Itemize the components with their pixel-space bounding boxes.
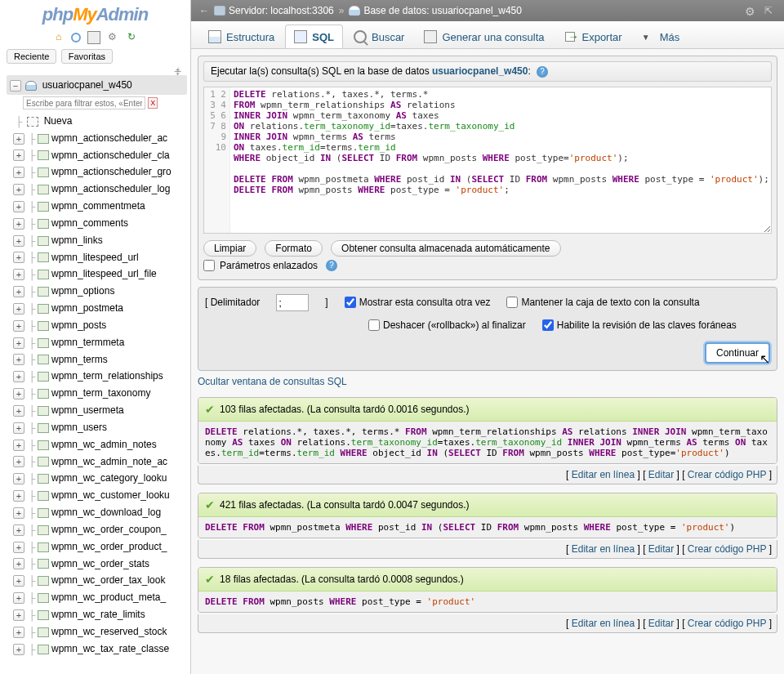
favorites-tab[interactable]: Favoritas bbox=[61, 49, 113, 64]
tab-generate[interactable]: Generar una consulta bbox=[415, 25, 553, 48]
handle-icon[interactable]: ⸎ bbox=[0, 67, 190, 75]
expand-icon[interactable]: + bbox=[13, 133, 24, 145]
table-row[interactable]: +├wpmn_termmeta bbox=[10, 334, 190, 351]
expand-icon[interactable]: + bbox=[13, 371, 24, 382]
tab-search[interactable]: Buscar bbox=[345, 25, 413, 48]
table-row[interactable]: +├wpmn_options bbox=[10, 283, 190, 300]
expand-icon[interactable]: + bbox=[13, 592, 24, 604]
expand-icon[interactable]: + bbox=[13, 609, 24, 621]
home-icon[interactable]: ⌂ bbox=[52, 31, 65, 44]
delimiter-input[interactable] bbox=[276, 294, 309, 311]
table-row[interactable]: +├wpmn_wc_order_tax_look bbox=[10, 572, 190, 589]
expand-icon[interactable]: + bbox=[13, 201, 24, 212]
format-button[interactable]: Formato bbox=[265, 240, 323, 257]
rollback-checkbox[interactable] bbox=[368, 319, 380, 331]
table-row[interactable]: +├wpmn_terms bbox=[10, 351, 190, 368]
edit-inline-link[interactable]: Editar en línea bbox=[572, 469, 635, 480]
table-row[interactable]: +├wpmn_actionscheduler_cla bbox=[10, 147, 190, 164]
expand-icon[interactable]: + bbox=[13, 440, 24, 451]
table-row[interactable]: +├wpmn_commentmeta bbox=[10, 198, 190, 215]
expand-icon[interactable]: + bbox=[13, 524, 24, 536]
expand-icon[interactable]: + bbox=[13, 456, 24, 467]
expand-icon[interactable]: + bbox=[13, 507, 24, 519]
panel-collapse-icon[interactable] bbox=[764, 5, 776, 16]
expand-icon[interactable]: + bbox=[13, 218, 24, 230]
expand-icon[interactable]: + bbox=[13, 252, 24, 263]
expand-icon[interactable]: + bbox=[13, 490, 24, 502]
help-icon[interactable]: ? bbox=[537, 66, 548, 78]
expand-icon[interactable]: + bbox=[13, 405, 24, 417]
sql-editor[interactable]: 1 2 3 4 5 6 7 8 9 10 DELETE relations.*,… bbox=[203, 87, 772, 234]
table-row[interactable]: +├wpmn_actionscheduler_log bbox=[10, 181, 190, 198]
php-link[interactable]: Crear código PHP bbox=[688, 469, 767, 480]
table-row[interactable]: +├wpmn_wc_reserved_stock bbox=[10, 623, 190, 641]
help-icon[interactable]: ? bbox=[326, 260, 337, 271]
table-row[interactable]: +├wpmn_actionscheduler_gro bbox=[10, 163, 190, 181]
edit-inline-link[interactable]: Editar en línea bbox=[572, 543, 635, 555]
php-link[interactable]: Crear código PHP bbox=[688, 543, 767, 555]
expand-icon[interactable]: + bbox=[13, 542, 24, 553]
auto-saved-button[interactable]: Obtener consulta almacenada automáticame… bbox=[331, 240, 561, 257]
table-row[interactable]: +├wpmn_links bbox=[10, 232, 190, 249]
tab-sql[interactable]: SQL bbox=[285, 25, 343, 48]
fk-checkbox[interactable] bbox=[542, 319, 554, 331]
continue-button[interactable]: Continuar↖ bbox=[705, 342, 770, 364]
table-row[interactable]: +├wpmn_wc_category_looku bbox=[10, 470, 190, 487]
edit-link[interactable]: Editar bbox=[648, 543, 674, 555]
clear-filter-icon[interactable]: X bbox=[148, 97, 158, 109]
collapse-icon[interactable]: − bbox=[10, 80, 21, 92]
table-row[interactable]: +├wpmn_litespeed_url_file bbox=[10, 266, 190, 283]
expand-icon[interactable]: + bbox=[13, 184, 24, 195]
db-link[interactable]: usuariocpanel_w450 bbox=[432, 65, 528, 77]
expand-icon[interactable]: + bbox=[13, 575, 24, 587]
recent-tab[interactable]: Reciente bbox=[7, 49, 56, 64]
new-table[interactable]: ├ Nueva bbox=[10, 113, 190, 130]
expand-icon[interactable]: + bbox=[13, 303, 24, 315]
breadcrumb-db[interactable]: Base de datos: usuariocpanel_w450 bbox=[363, 5, 521, 16]
table-row[interactable]: +├wpmn_litespeed_url bbox=[10, 249, 190, 266]
table-row[interactable]: +├wpmn_posts bbox=[10, 317, 190, 334]
expand-icon[interactable]: + bbox=[13, 337, 24, 349]
expand-icon[interactable]: + bbox=[13, 167, 24, 178]
table-row[interactable]: +├wpmn_wc_download_log bbox=[10, 504, 190, 521]
left-handle-icon[interactable]: ← bbox=[199, 5, 209, 16]
bound-params-checkbox[interactable] bbox=[203, 260, 215, 271]
expand-icon[interactable]: + bbox=[13, 644, 24, 655]
table-row[interactable]: +├wpmn_wc_customer_looku bbox=[10, 487, 190, 504]
logout-icon[interactable] bbox=[71, 33, 81, 42]
php-link[interactable]: Crear código PHP bbox=[688, 618, 767, 629]
filter-input[interactable] bbox=[23, 96, 145, 109]
settings-icon[interactable]: ⚙ bbox=[106, 31, 119, 44]
docs-icon[interactable] bbox=[87, 31, 100, 44]
clear-button[interactable]: Limpiar bbox=[203, 240, 256, 257]
tab-export[interactable]: Exportar bbox=[555, 25, 630, 48]
table-row[interactable]: +├wpmn_wc_order_coupon_ bbox=[10, 521, 190, 538]
db-root[interactable]: − usuariocpanel_w450 bbox=[7, 75, 187, 95]
tab-structure[interactable]: Estructura bbox=[199, 25, 283, 48]
edit-inline-link[interactable]: Editar en línea bbox=[572, 618, 635, 629]
expand-icon[interactable]: + bbox=[13, 269, 24, 280]
gear-icon[interactable] bbox=[745, 5, 756, 16]
expand-icon[interactable]: + bbox=[13, 354, 24, 365]
table-row[interactable]: +├wpmn_actionscheduler_ac bbox=[10, 130, 190, 147]
table-row[interactable]: +├wpmn_users bbox=[10, 419, 190, 436]
table-row[interactable]: +├wpmn_wc_admin_notes bbox=[10, 436, 190, 453]
expand-icon[interactable]: + bbox=[13, 150, 24, 161]
table-row[interactable]: +├wpmn_postmeta bbox=[10, 300, 190, 317]
expand-icon[interactable]: + bbox=[13, 627, 24, 638]
keep-box-checkbox[interactable] bbox=[506, 297, 518, 308]
expand-icon[interactable]: + bbox=[13, 235, 24, 247]
table-row[interactable]: +├wpmn_term_taxonomy bbox=[10, 385, 190, 402]
expand-icon[interactable]: + bbox=[13, 388, 24, 399]
edit-link[interactable]: Editar bbox=[648, 469, 674, 480]
toggle-sql-box-link[interactable]: Ocultar ventana de consultas SQL bbox=[198, 376, 347, 387]
expand-icon[interactable]: + bbox=[13, 286, 24, 297]
table-row[interactable]: +├wpmn_wc_admin_note_ac bbox=[10, 453, 190, 471]
tab-more[interactable]: Más bbox=[633, 25, 689, 48]
expand-icon[interactable]: + bbox=[13, 320, 24, 332]
table-row[interactable]: +├wpmn_wc_product_meta_ bbox=[10, 589, 190, 606]
code-area[interactable]: DELETE relations.*, taxes.*, terms.* FRO… bbox=[234, 89, 768, 195]
expand-icon[interactable]: + bbox=[13, 422, 24, 434]
table-row[interactable]: +├wpmn_comments bbox=[10, 215, 190, 232]
table-row[interactable]: +├wpmn_wc_rate_limits bbox=[10, 606, 190, 623]
